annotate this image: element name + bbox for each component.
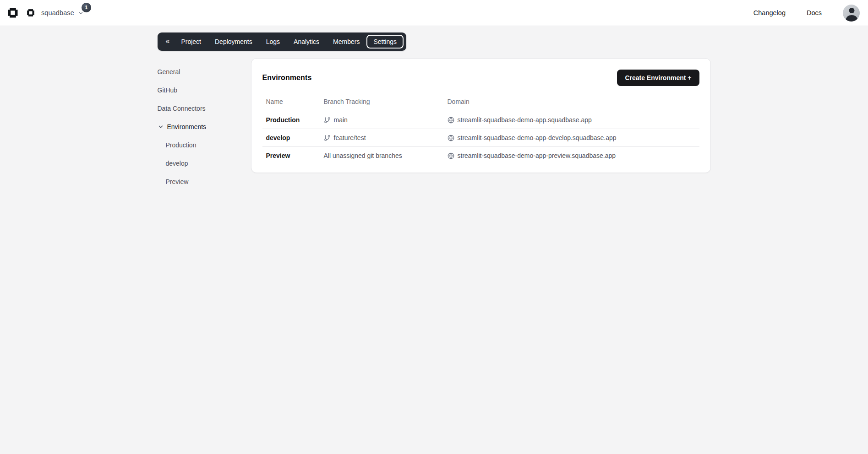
domain-value[interactable]: streamlit-squadbase-demo-app-preview.squ… [458, 152, 616, 159]
tab-members[interactable]: Members [326, 34, 366, 49]
org-name[interactable]: squadbase [41, 9, 74, 16]
org-switcher[interactable]: 1 [78, 10, 84, 16]
table-row[interactable]: Production main streamlit-squadbase-demo… [262, 111, 699, 129]
env-name: Preview [262, 147, 320, 165]
sidebar-item-environments[interactable]: Environments [158, 118, 251, 136]
settings-body: General GitHub Data Connectors Environme… [158, 58, 711, 191]
topbar-left: squadbase 1 [7, 7, 84, 18]
table-header-row: Name Branch Tracking Domain [262, 93, 699, 111]
column-header-name: Name [262, 93, 320, 111]
page-title: Environments [262, 74, 312, 82]
notification-badge[interactable]: 1 [82, 3, 91, 12]
user-avatar[interactable] [843, 5, 860, 22]
env-name: Production [262, 111, 320, 129]
column-header-domain: Domain [444, 93, 699, 111]
git-branch-icon [324, 135, 331, 141]
sidebar-item-label: Environments [167, 123, 207, 130]
tab-analytics[interactable]: Analytics [287, 34, 326, 49]
table-row[interactable]: Preview All unassigned git branches stre… [262, 147, 699, 165]
settings-sidebar: General GitHub Data Connectors Environme… [158, 58, 251, 191]
tab-project[interactable]: Project [174, 34, 208, 49]
domain-value[interactable]: streamlit-squadbase-demo-app-develop.squ… [458, 134, 617, 141]
topbar: squadbase 1 Changelog Docs [0, 0, 868, 26]
globe-icon [448, 152, 454, 159]
domain-value[interactable]: streamlit-squadbase-demo-app.squadbase.a… [458, 116, 592, 124]
card-header: Environments Create Environment + [262, 70, 699, 86]
project-nav: « Project Deployments Logs Analytics Mem… [158, 32, 407, 51]
branch-tracking-value: feature/test [334, 134, 366, 141]
sidebar-item-production[interactable]: Production [158, 136, 251, 154]
git-branch-icon [324, 117, 331, 124]
docs-link[interactable]: Docs [807, 9, 822, 16]
environments-table: Name Branch Tracking Domain Production m… [262, 93, 699, 164]
create-environment-button[interactable]: Create Environment + [617, 70, 699, 86]
branch-tracking-value: main [334, 116, 348, 124]
sidebar-item-data-connectors[interactable]: Data Connectors [158, 99, 251, 118]
collapse-nav-icon[interactable]: « [161, 36, 175, 48]
sidebar-item-general[interactable]: General [158, 63, 251, 81]
environments-card: Environments Create Environment + Name B… [251, 58, 711, 173]
table-row[interactable]: develop feature/test streamlit-squadbase… [262, 129, 699, 147]
topbar-right: Changelog Docs [753, 5, 860, 22]
env-name: develop [262, 129, 320, 147]
tab-deployments[interactable]: Deployments [208, 34, 259, 49]
globe-icon [448, 135, 454, 141]
project-logo-icon[interactable] [27, 9, 35, 17]
org-logo-icon[interactable] [7, 7, 18, 18]
tab-settings[interactable]: Settings [366, 35, 404, 49]
branch-tracking-value: All unassigned git branches [324, 152, 402, 159]
sidebar-item-develop[interactable]: develop [158, 154, 251, 173]
chevron-down-icon [158, 124, 164, 130]
column-header-branch-tracking: Branch Tracking [320, 93, 444, 111]
sidebar-item-preview[interactable]: Preview [158, 173, 251, 191]
tab-logs[interactable]: Logs [259, 34, 287, 49]
changelog-link[interactable]: Changelog [753, 9, 786, 16]
globe-icon [448, 117, 454, 124]
sidebar-item-github[interactable]: GitHub [158, 81, 251, 99]
content-wrapper: « Project Deployments Logs Analytics Mem… [158, 26, 711, 191]
